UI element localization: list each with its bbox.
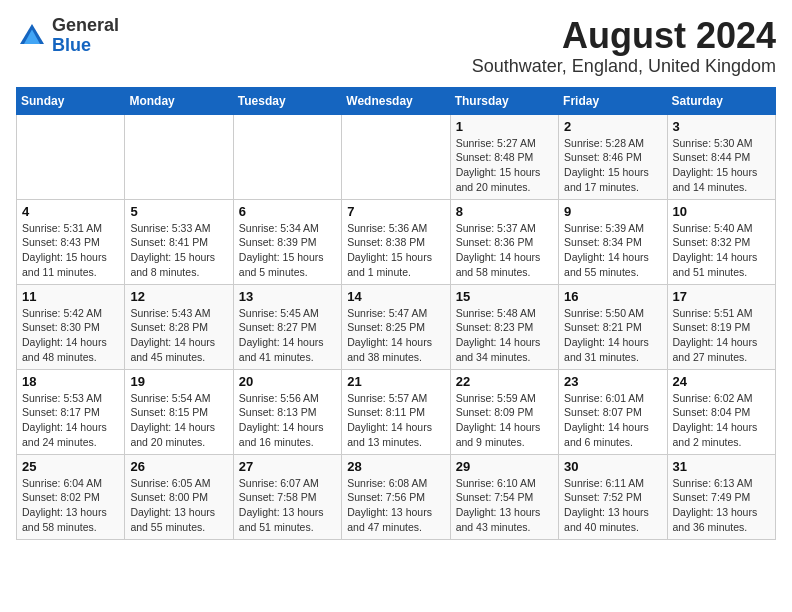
calendar-cell: 6Sunrise: 5:34 AMSunset: 8:39 PMDaylight… <box>233 199 341 284</box>
logo-icon <box>16 20 48 52</box>
day-number: 3 <box>673 119 770 134</box>
day-info: Sunrise: 5:30 AMSunset: 8:44 PMDaylight:… <box>673 136 770 195</box>
calendar-cell: 13Sunrise: 5:45 AMSunset: 8:27 PMDayligh… <box>233 284 341 369</box>
day-info: Sunrise: 5:28 AMSunset: 8:46 PMDaylight:… <box>564 136 661 195</box>
header-monday: Monday <box>125 87 233 114</box>
calendar-cell: 20Sunrise: 5:56 AMSunset: 8:13 PMDayligh… <box>233 369 341 454</box>
day-info: Sunrise: 5:54 AMSunset: 8:15 PMDaylight:… <box>130 391 227 450</box>
day-info: Sunrise: 6:07 AMSunset: 7:58 PMDaylight:… <box>239 476 336 535</box>
calendar-cell: 1Sunrise: 5:27 AMSunset: 8:48 PMDaylight… <box>450 114 558 199</box>
calendar-cell: 2Sunrise: 5:28 AMSunset: 8:46 PMDaylight… <box>559 114 667 199</box>
calendar-week-row: 11Sunrise: 5:42 AMSunset: 8:30 PMDayligh… <box>17 284 776 369</box>
page-header: General Blue August 2024 Southwater, Eng… <box>16 16 776 77</box>
day-number: 11 <box>22 289 119 304</box>
day-number: 7 <box>347 204 444 219</box>
calendar-cell: 24Sunrise: 6:02 AMSunset: 8:04 PMDayligh… <box>667 369 775 454</box>
day-number: 18 <box>22 374 119 389</box>
calendar-title: August 2024 <box>472 16 776 56</box>
day-info: Sunrise: 5:50 AMSunset: 8:21 PMDaylight:… <box>564 306 661 365</box>
calendar-cell: 21Sunrise: 5:57 AMSunset: 8:11 PMDayligh… <box>342 369 450 454</box>
day-info: Sunrise: 6:05 AMSunset: 8:00 PMDaylight:… <box>130 476 227 535</box>
header-sunday: Sunday <box>17 87 125 114</box>
day-info: Sunrise: 5:56 AMSunset: 8:13 PMDaylight:… <box>239 391 336 450</box>
day-number: 14 <box>347 289 444 304</box>
day-info: Sunrise: 5:34 AMSunset: 8:39 PMDaylight:… <box>239 221 336 280</box>
day-info: Sunrise: 6:04 AMSunset: 8:02 PMDaylight:… <box>22 476 119 535</box>
day-number: 30 <box>564 459 661 474</box>
day-number: 5 <box>130 204 227 219</box>
calendar-week-row: 18Sunrise: 5:53 AMSunset: 8:17 PMDayligh… <box>17 369 776 454</box>
calendar-cell: 18Sunrise: 5:53 AMSunset: 8:17 PMDayligh… <box>17 369 125 454</box>
logo-general: General <box>52 16 119 36</box>
calendar-week-row: 25Sunrise: 6:04 AMSunset: 8:02 PMDayligh… <box>17 454 776 539</box>
logo-text: General Blue <box>52 16 119 56</box>
day-number: 19 <box>130 374 227 389</box>
calendar-cell: 10Sunrise: 5:40 AMSunset: 8:32 PMDayligh… <box>667 199 775 284</box>
day-info: Sunrise: 5:42 AMSunset: 8:30 PMDaylight:… <box>22 306 119 365</box>
day-number: 17 <box>673 289 770 304</box>
calendar-cell: 4Sunrise: 5:31 AMSunset: 8:43 PMDaylight… <box>17 199 125 284</box>
logo-blue: Blue <box>52 36 119 56</box>
calendar-cell <box>17 114 125 199</box>
day-number: 23 <box>564 374 661 389</box>
day-info: Sunrise: 5:57 AMSunset: 8:11 PMDaylight:… <box>347 391 444 450</box>
calendar-cell: 7Sunrise: 5:36 AMSunset: 8:38 PMDaylight… <box>342 199 450 284</box>
calendar-header-row: SundayMondayTuesdayWednesdayThursdayFrid… <box>17 87 776 114</box>
header-thursday: Thursday <box>450 87 558 114</box>
day-info: Sunrise: 5:39 AMSunset: 8:34 PMDaylight:… <box>564 221 661 280</box>
day-info: Sunrise: 5:47 AMSunset: 8:25 PMDaylight:… <box>347 306 444 365</box>
day-info: Sunrise: 5:37 AMSunset: 8:36 PMDaylight:… <box>456 221 553 280</box>
calendar-cell: 28Sunrise: 6:08 AMSunset: 7:56 PMDayligh… <box>342 454 450 539</box>
day-info: Sunrise: 5:51 AMSunset: 8:19 PMDaylight:… <box>673 306 770 365</box>
header-friday: Friday <box>559 87 667 114</box>
title-block: August 2024 Southwater, England, United … <box>472 16 776 77</box>
day-info: Sunrise: 6:01 AMSunset: 8:07 PMDaylight:… <box>564 391 661 450</box>
day-info: Sunrise: 6:08 AMSunset: 7:56 PMDaylight:… <box>347 476 444 535</box>
calendar-cell: 26Sunrise: 6:05 AMSunset: 8:00 PMDayligh… <box>125 454 233 539</box>
calendar-cell: 9Sunrise: 5:39 AMSunset: 8:34 PMDaylight… <box>559 199 667 284</box>
calendar-cell: 8Sunrise: 5:37 AMSunset: 8:36 PMDaylight… <box>450 199 558 284</box>
calendar-cell: 17Sunrise: 5:51 AMSunset: 8:19 PMDayligh… <box>667 284 775 369</box>
header-wednesday: Wednesday <box>342 87 450 114</box>
day-number: 28 <box>347 459 444 474</box>
day-info: Sunrise: 6:13 AMSunset: 7:49 PMDaylight:… <box>673 476 770 535</box>
day-number: 9 <box>564 204 661 219</box>
day-info: Sunrise: 6:11 AMSunset: 7:52 PMDaylight:… <box>564 476 661 535</box>
calendar-cell: 5Sunrise: 5:33 AMSunset: 8:41 PMDaylight… <box>125 199 233 284</box>
calendar-cell: 19Sunrise: 5:54 AMSunset: 8:15 PMDayligh… <box>125 369 233 454</box>
calendar-subtitle: Southwater, England, United Kingdom <box>472 56 776 77</box>
day-info: Sunrise: 6:10 AMSunset: 7:54 PMDaylight:… <box>456 476 553 535</box>
day-number: 10 <box>673 204 770 219</box>
calendar-cell <box>342 114 450 199</box>
day-number: 2 <box>564 119 661 134</box>
header-tuesday: Tuesday <box>233 87 341 114</box>
day-info: Sunrise: 5:45 AMSunset: 8:27 PMDaylight:… <box>239 306 336 365</box>
day-number: 22 <box>456 374 553 389</box>
day-number: 25 <box>22 459 119 474</box>
calendar-cell: 25Sunrise: 6:04 AMSunset: 8:02 PMDayligh… <box>17 454 125 539</box>
day-info: Sunrise: 5:59 AMSunset: 8:09 PMDaylight:… <box>456 391 553 450</box>
day-info: Sunrise: 6:02 AMSunset: 8:04 PMDaylight:… <box>673 391 770 450</box>
day-info: Sunrise: 5:48 AMSunset: 8:23 PMDaylight:… <box>456 306 553 365</box>
calendar-cell: 11Sunrise: 5:42 AMSunset: 8:30 PMDayligh… <box>17 284 125 369</box>
calendar-cell <box>233 114 341 199</box>
day-info: Sunrise: 5:40 AMSunset: 8:32 PMDaylight:… <box>673 221 770 280</box>
day-number: 15 <box>456 289 553 304</box>
calendar-cell: 16Sunrise: 5:50 AMSunset: 8:21 PMDayligh… <box>559 284 667 369</box>
header-saturday: Saturday <box>667 87 775 114</box>
day-number: 24 <box>673 374 770 389</box>
day-info: Sunrise: 5:36 AMSunset: 8:38 PMDaylight:… <box>347 221 444 280</box>
day-number: 20 <box>239 374 336 389</box>
logo: General Blue <box>16 16 119 56</box>
day-number: 13 <box>239 289 336 304</box>
day-number: 1 <box>456 119 553 134</box>
day-number: 27 <box>239 459 336 474</box>
day-info: Sunrise: 5:31 AMSunset: 8:43 PMDaylight:… <box>22 221 119 280</box>
day-number: 29 <box>456 459 553 474</box>
calendar-cell: 14Sunrise: 5:47 AMSunset: 8:25 PMDayligh… <box>342 284 450 369</box>
calendar-cell: 29Sunrise: 6:10 AMSunset: 7:54 PMDayligh… <box>450 454 558 539</box>
day-number: 31 <box>673 459 770 474</box>
day-number: 6 <box>239 204 336 219</box>
calendar-table: SundayMondayTuesdayWednesdayThursdayFrid… <box>16 87 776 540</box>
calendar-cell: 3Sunrise: 5:30 AMSunset: 8:44 PMDaylight… <box>667 114 775 199</box>
